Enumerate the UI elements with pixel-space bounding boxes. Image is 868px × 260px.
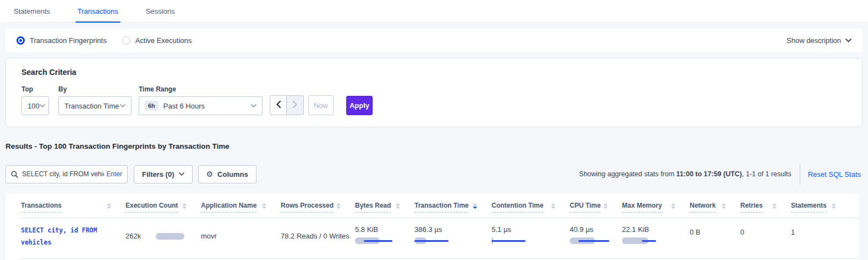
metric-bar bbox=[492, 237, 570, 244]
sort-icon[interactable] bbox=[473, 202, 477, 209]
chevron-down-icon bbox=[179, 172, 184, 176]
chevron-down-icon bbox=[845, 39, 851, 42]
columns-button[interactable]: ⚙ Columns bbox=[198, 165, 256, 183]
cell-rows-processed: 78.2 Reads / 0 Writes bbox=[281, 224, 355, 249]
column-header-transactions[interactable]: Transactions bbox=[21, 202, 125, 213]
cell-bytes-read: 5.8 KiB bbox=[355, 224, 414, 244]
column-header-rows-processed[interactable]: Rows Processed bbox=[281, 202, 355, 213]
chevron-down-icon bbox=[40, 104, 45, 107]
column-header-contention-time[interactable]: Contention Time bbox=[492, 202, 570, 213]
sort-icon[interactable] bbox=[722, 202, 726, 209]
column-label: Contention Time bbox=[492, 202, 543, 213]
column-header-application-name[interactable]: Application Name bbox=[201, 202, 281, 213]
cell-execution-count: 262k bbox=[125, 224, 201, 249]
radio-label: Transaction Fingerprints bbox=[30, 36, 107, 45]
results-toolbar: Enter Filters (0) ⚙ Columns Showing aggr… bbox=[6, 163, 862, 185]
by-select-value: Transaction Time bbox=[64, 102, 119, 110]
column-header-execution-count[interactable]: Execution Count bbox=[125, 202, 201, 213]
column-label: Transactions bbox=[21, 202, 62, 213]
time-range-select[interactable]: 6h Past 6 Hours bbox=[139, 96, 263, 115]
table-separator bbox=[21, 258, 859, 259]
search-criteria-card: Search Criteria Top 100 By Transaction T… bbox=[6, 58, 862, 127]
column-header-max-memory[interactable]: Max Memory bbox=[622, 202, 690, 213]
cell-statements: 1 bbox=[791, 224, 850, 236]
chevron-right-icon bbox=[293, 101, 297, 110]
table-header-row: TransactionsExecution CountApplication N… bbox=[21, 202, 859, 213]
metric-bar bbox=[570, 237, 622, 244]
column-label: CPU Time bbox=[570, 202, 600, 213]
radio-selected-icon bbox=[17, 36, 25, 45]
sort-icon[interactable] bbox=[772, 202, 777, 209]
cell-retries: 0 bbox=[740, 224, 791, 236]
top-select[interactable]: 100 bbox=[21, 96, 49, 115]
metric-bar bbox=[414, 237, 492, 244]
next-time-window-button[interactable] bbox=[287, 95, 304, 115]
column-label: Rows Processed bbox=[281, 202, 334, 213]
radio-label: Active Executions bbox=[135, 36, 192, 45]
chevron-down-icon bbox=[251, 104, 256, 107]
gear-icon: ⚙ bbox=[206, 170, 214, 178]
table-data-row: SELECT city, id FROMvehicles262kmovr78.2… bbox=[21, 218, 859, 253]
now-button[interactable]: Now bbox=[308, 95, 334, 115]
filters-button[interactable]: Filters (0) bbox=[134, 165, 193, 183]
sort-icon[interactable] bbox=[551, 202, 555, 209]
enter-hint[interactable]: Enter bbox=[106, 170, 122, 178]
cell-transaction-time: 386.3 µs bbox=[414, 224, 492, 244]
transactions-table: TransactionsExecution CountApplication N… bbox=[6, 193, 859, 260]
cell-network: 0 B bbox=[690, 224, 740, 236]
query-search-box[interactable]: Enter bbox=[6, 165, 128, 183]
metric-bar bbox=[622, 237, 690, 244]
sort-icon[interactable] bbox=[262, 202, 266, 209]
filters-label: Filters (0) bbox=[142, 170, 174, 178]
column-label: Network bbox=[690, 202, 716, 213]
tab-statements[interactable]: Statements bbox=[14, 0, 50, 23]
cell-application-name: movr bbox=[201, 224, 281, 249]
column-header-retries[interactable]: Retries bbox=[740, 202, 791, 213]
results-title: Results - Top 100 Transaction Fingerprin… bbox=[6, 142, 862, 150]
time-range-label: Time Range bbox=[139, 85, 263, 93]
column-header-cpu-time[interactable]: CPU Time bbox=[570, 202, 622, 213]
column-label: Retries bbox=[740, 202, 763, 213]
time-range-value: Past 6 Hours bbox=[163, 102, 205, 110]
column-label: Bytes Read bbox=[355, 202, 391, 213]
columns-label: Columns bbox=[217, 170, 248, 178]
apply-button[interactable]: Apply bbox=[346, 96, 373, 115]
previous-time-window-button[interactable] bbox=[270, 95, 287, 115]
show-description-label: Show description bbox=[787, 36, 841, 45]
time-range-badge: 6h bbox=[145, 101, 159, 111]
cell-cpu-time: 40.9 µs bbox=[570, 224, 622, 244]
radio-unselected-icon bbox=[122, 36, 130, 45]
sort-icon[interactable] bbox=[336, 202, 341, 209]
column-label: Execution Count bbox=[125, 202, 178, 213]
top-label: Top bbox=[21, 85, 58, 93]
sort-icon[interactable] bbox=[107, 202, 111, 209]
by-select[interactable]: Transaction Time bbox=[58, 96, 132, 115]
column-header-statements[interactable]: Statements bbox=[791, 202, 850, 213]
top-select-value: 100 bbox=[28, 102, 40, 110]
reset-sql-stats-link[interactable]: Reset SQL Stats bbox=[808, 170, 861, 178]
column-header-network[interactable]: Network bbox=[690, 202, 740, 213]
sort-icon[interactable] bbox=[603, 202, 608, 209]
radio-transaction-fingerprints[interactable]: Transaction Fingerprints bbox=[17, 36, 107, 45]
radio-active-executions[interactable]: Active Executions bbox=[122, 36, 192, 45]
sort-icon[interactable] bbox=[182, 202, 187, 209]
tab-sessions[interactable]: Sessions bbox=[146, 0, 175, 23]
chevron-down-icon bbox=[120, 104, 125, 107]
column-header-transaction-time[interactable]: Transaction Time bbox=[414, 202, 492, 213]
sort-icon[interactable] bbox=[671, 202, 675, 209]
aggregated-stats-text: Showing aggregated stats from 11:00 to 1… bbox=[579, 170, 791, 178]
search-input[interactable] bbox=[22, 170, 104, 178]
metric-bar bbox=[355, 237, 414, 244]
column-header-bytes-read[interactable]: Bytes Read bbox=[355, 202, 414, 213]
column-label: Max Memory bbox=[622, 202, 662, 213]
cell-transactions[interactable]: SELECT city, id FROMvehicles bbox=[21, 224, 125, 249]
by-label: By bbox=[58, 85, 139, 93]
sort-icon[interactable] bbox=[396, 202, 400, 209]
execution-count-bar bbox=[156, 233, 184, 240]
show-description-toggle[interactable]: Show description bbox=[787, 36, 851, 45]
column-label: Statements bbox=[791, 202, 827, 213]
sort-icon[interactable] bbox=[832, 202, 836, 209]
column-label: Application Name bbox=[201, 202, 256, 213]
tab-transactions[interactable]: Transactions bbox=[78, 0, 118, 23]
view-toggle-card: Transaction Fingerprints Active Executio… bbox=[6, 29, 862, 52]
